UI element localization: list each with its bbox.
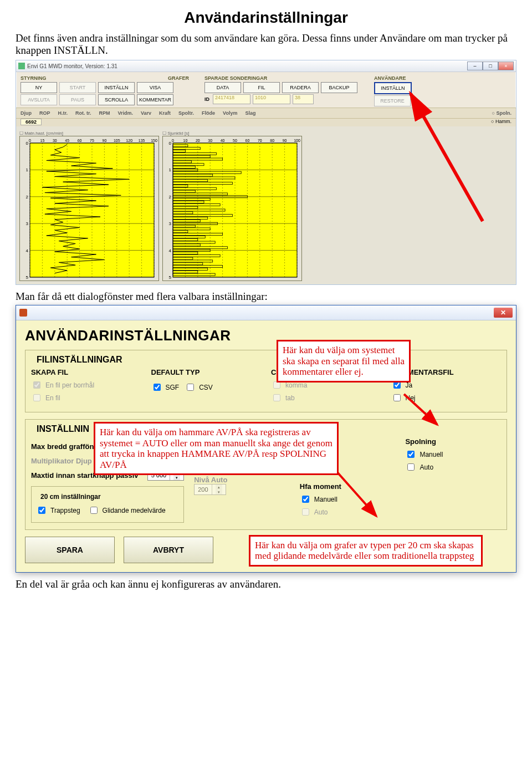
svg-text:45: 45 <box>65 139 69 142</box>
param: RPM <box>99 110 110 116</box>
svg-text:5: 5 <box>26 275 29 280</box>
grp-styrning-label: STYRNING <box>21 75 165 81</box>
lbl: Auto <box>420 463 433 471</box>
djup-value: 6692 <box>21 119 42 125</box>
param: Slag <box>245 110 255 116</box>
svg-text:5: 5 <box>169 275 172 280</box>
lbl: tab <box>285 394 295 402</box>
spolning-label: Spolning <box>405 437 501 446</box>
lbl: Nej <box>406 394 416 402</box>
param: Varv <box>141 110 151 116</box>
chk-sgf[interactable] <box>154 384 161 391</box>
lbl: Glidande medelvärde <box>103 507 166 514</box>
callout-hammare: Här kan du välja om hammare AV/PÅ ska re… <box>94 422 339 475</box>
close-icon[interactable]: ✕ <box>494 308 513 318</box>
param: Volym <box>223 110 237 116</box>
svg-text:50: 50 <box>233 139 237 142</box>
svg-text:3: 3 <box>169 221 172 226</box>
svg-text:105: 105 <box>114 139 120 142</box>
svg-text:10: 10 <box>183 139 188 142</box>
chk-spo-auto[interactable] <box>407 463 415 471</box>
btn-restore[interactable]: RESTORE <box>374 95 411 106</box>
param: Djup <box>21 110 32 116</box>
cm-title: 20 cm inställningar <box>38 493 103 501</box>
radio-hamm[interactable]: Hamm. <box>495 119 511 124</box>
svg-text:70: 70 <box>258 139 262 142</box>
btn-scrolla[interactable]: SCROLLA <box>98 94 135 105</box>
chk-csv[interactable] <box>187 384 194 391</box>
settings-dialog: ✕ ANVÄNDARINSTÄLLNINGAR FILINSTÄLLNINGAR… <box>16 305 516 573</box>
param: H.tr. <box>58 110 68 116</box>
val2-field[interactable]: 38 <box>293 94 314 104</box>
intro-text: Det finns även andra inställningar som d… <box>16 32 516 57</box>
btn-avsluta[interactable]: AVSLUTA <box>21 94 57 105</box>
btn-installn[interactable]: INSTÄLLN <box>98 82 135 93</box>
svg-text:100: 100 <box>294 139 300 142</box>
panel-fil-title: FILINSTÄLLNINGAR <box>34 355 125 365</box>
chk-glidande[interactable] <box>90 507 98 514</box>
radio-spoln[interactable]: Spoln. <box>497 110 512 116</box>
chk-tab <box>273 394 280 401</box>
chk-hfa-man[interactable] <box>302 496 309 503</box>
svg-text:90: 90 <box>283 139 287 142</box>
lbl: Manuell <box>314 496 337 503</box>
panel-filinstallningar: FILINSTÄLLNINGAR SKAPA FIL En fil per bo… <box>25 350 507 412</box>
svg-text:150: 150 <box>151 139 157 142</box>
btn-ny[interactable]: NY <box>21 82 57 93</box>
svg-text:1: 1 <box>169 167 172 172</box>
footnote: En del val är gråa och kan ännu ej konfi… <box>16 578 516 590</box>
param: Kraft <box>159 110 171 116</box>
avbryt-button[interactable]: AVBRYT <box>124 537 213 563</box>
dialog-header: ANVÄNDARINSTÄLLNINGAR <box>25 327 507 344</box>
chart2-title: Sjunktid [s] <box>167 131 189 136</box>
svg-text:4: 4 <box>169 248 172 253</box>
btn-fil[interactable]: FIL <box>243 82 280 93</box>
svg-text:0: 0 <box>26 141 29 146</box>
btn-backup[interactable]: BACKUP <box>321 82 357 93</box>
grp-grafer-label: GRAFER <box>168 75 201 81</box>
page-title: Användarinställningar <box>16 9 516 27</box>
spara-button[interactable]: SPARA <box>25 537 115 563</box>
lbl: En fil per borrhål <box>45 381 94 389</box>
panel-inst-title: INSTÄLLNIN <box>34 424 91 434</box>
svg-text:0: 0 <box>29 139 31 142</box>
btn-radera[interactable]: RADERA <box>282 82 319 93</box>
window-title: Envi G1 MWD monitor, Version: 1.31 <box>27 63 117 69</box>
btn-start[interactable]: START <box>59 82 96 93</box>
btn-anv-installn[interactable]: INSTÄLLN <box>374 82 412 94</box>
btn-data[interactable]: DATA <box>204 82 241 93</box>
svg-text:15: 15 <box>40 139 45 142</box>
titlebar: Envi G1 MWD monitor, Version: 1.31 – □ × <box>16 60 516 72</box>
hfa-label: Hfa moment <box>300 482 396 491</box>
btn-paus[interactable]: PAUS <box>59 94 96 105</box>
skapa-fil-label: SKAPA FIL <box>31 368 141 376</box>
chk-enfil <box>33 394 40 401</box>
chk-trappsteg[interactable] <box>38 507 45 514</box>
svg-text:80: 80 <box>270 139 274 142</box>
callout-20cm: Här kan du välja om grafer av typen per … <box>249 535 483 567</box>
svg-text:0: 0 <box>169 141 172 146</box>
charts-area: ☐ Matn.hast. [cm/min] 012345015304560759… <box>16 126 516 284</box>
id-field[interactable]: 2417418 <box>213 94 250 104</box>
svg-text:30: 30 <box>208 139 212 142</box>
chart-matnhast: ☐ Matn.hast. [cm/min] 012345015304560759… <box>19 130 159 281</box>
svg-text:4: 4 <box>26 248 29 253</box>
chk-ja[interactable] <box>393 381 401 389</box>
chk-nej[interactable] <box>393 394 401 401</box>
param-row: Djup ROP H.tr. Rot. tr. RPM Vridm. Varv … <box>16 108 516 119</box>
param: Vridm. <box>118 110 134 116</box>
multdjup-label: Multiplikator Djup <box>31 457 92 465</box>
maximize-icon[interactable]: □ <box>483 62 498 70</box>
val1-field[interactable]: 1010 <box>253 94 290 104</box>
svg-text:40: 40 <box>221 139 225 142</box>
svg-text:1: 1 <box>26 167 29 172</box>
minimize-icon[interactable]: – <box>467 62 483 70</box>
toolbar: STYRNING NY START INSTÄLLN VISA AVSLUTA … <box>16 72 516 108</box>
close-icon[interactable]: × <box>498 62 514 70</box>
id-label: ID <box>204 96 209 102</box>
chk-spo-man[interactable] <box>407 451 415 458</box>
deftyp-label: DEFAULT TYP <box>151 368 262 376</box>
java-icon <box>19 309 27 317</box>
param: Rot. tr. <box>75 110 91 116</box>
lbl: CSV <box>199 384 213 391</box>
